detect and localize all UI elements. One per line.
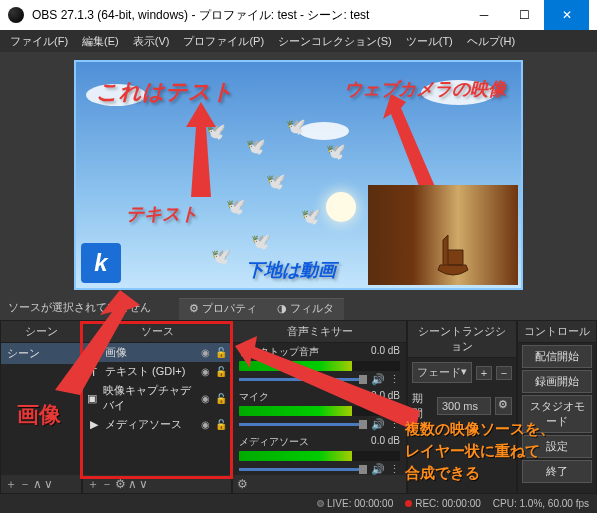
mixer-header: 音声ミキサー <box>233 321 406 343</box>
mixer-label: デスクトップ音声 <box>239 345 319 359</box>
svg-marker-0 <box>186 102 216 197</box>
volume-slider[interactable] <box>239 468 367 471</box>
overlay-text-bg: 下地は動画 <box>246 258 336 282</box>
duration-label: 期間 <box>412 391 433 421</box>
start-record-button[interactable]: 録画開始 <box>522 370 592 393</box>
transitions-header: シーントランジション <box>408 321 516 358</box>
mixer-channel: マイク0.0 dB 🔊⋮ <box>233 388 406 433</box>
source-item[interactable]: ▣ 映像キャプチャデバイ ◉ 🔓 <box>83 381 231 415</box>
cpu-status: CPU: 1.0%, 60.00 fps <box>493 498 589 509</box>
source-selection-label: ソースが選択されていません <box>0 298 159 320</box>
mixer-db: 0.0 dB <box>371 390 400 404</box>
mixer-label: マイク <box>239 390 269 404</box>
menu-edit[interactable]: 編集(E) <box>76 32 125 51</box>
studio-mode-button[interactable]: スタジオモード <box>522 395 592 433</box>
mixer-more-icon[interactable]: ⋮ <box>389 463 400 475</box>
webcam-feed <box>368 185 518 285</box>
source-item[interactable]: ▣ 画像 ◉ 🔓 <box>83 343 231 362</box>
window-title: OBS 27.1.3 (64-bit, windows) - プロファイル: t… <box>32 7 369 24</box>
visibility-toggle[interactable]: ◉ <box>201 419 210 430</box>
badge-k-icon: k <box>81 243 121 283</box>
status-bar: LIVE: 00:00:00 REC: 00:00:00 CPU: 1.0%, … <box>0 494 597 513</box>
lock-toggle[interactable]: 🔓 <box>215 347 227 358</box>
add-scene-button[interactable]: ＋ <box>5 476 17 493</box>
menu-scene-collection[interactable]: シーンコレクション(S) <box>272 32 398 51</box>
sources-dock: ソース ▣ 画像 ◉ 🔓 T テキスト (GDI+) ◉ 🔓 ▣ 映像キャプチャ… <box>82 320 232 494</box>
mixer-db: 0.0 dB <box>371 435 400 449</box>
lock-toggle[interactable]: 🔓 <box>215 366 227 377</box>
remove-source-button[interactable]: － <box>101 476 113 493</box>
lock-toggle[interactable]: 🔓 <box>215 393 227 404</box>
window-close-button[interactable]: ✕ <box>544 0 589 30</box>
add-source-button[interactable]: ＋ <box>87 476 99 493</box>
scene-down-button[interactable]: ∨ <box>44 477 53 491</box>
volume-slider[interactable] <box>239 423 367 426</box>
mixer-more-icon[interactable]: ⋮ <box>389 373 400 386</box>
chevron-down-icon: ▾ <box>461 365 467 380</box>
mixer-meter <box>239 451 400 461</box>
controls-dock: コントロール 配信開始 録画開始 スタジオモード 設定 終了 <box>517 320 597 494</box>
transition-select[interactable]: フェード▾ <box>412 362 472 383</box>
scenes-dock: シーン シーン ＋ － ∧ ∨ <box>0 320 82 494</box>
properties-button[interactable]: ⚙プロパティ <box>179 298 267 320</box>
filters-button[interactable]: ◑フィルタ <box>267 298 344 320</box>
transition-remove-button[interactable]: − <box>496 366 512 380</box>
menu-tools[interactable]: ツール(T) <box>400 32 459 51</box>
arrow-icon <box>176 102 226 202</box>
scenes-header: シーン <box>1 321 81 343</box>
source-item[interactable]: ▶ メディアソース ◉ 🔓 <box>83 415 231 434</box>
text-icon: T <box>87 366 100 378</box>
source-toolbar: ソースが選択されていません ⚙プロパティ ◑フィルタ <box>0 298 597 320</box>
transitions-dock: シーントランジション フェード▾ + − 期間 300 ms ⚙ <box>407 320 517 494</box>
menu-bar: ファイル(F) 編集(E) 表示(V) プロファイル(P) シーンコレクション(… <box>0 30 597 52</box>
start-stream-button[interactable]: 配信開始 <box>522 345 592 368</box>
sun-graphic <box>326 192 356 222</box>
volume-slider[interactable] <box>239 378 367 381</box>
speaker-icon[interactable]: 🔊 <box>371 418 385 431</box>
window-titlebar: OBS 27.1.3 (64-bit, windows) - プロファイル: t… <box>0 0 597 30</box>
window-minimize-button[interactable]: ─ <box>464 0 504 30</box>
mixer-label: メディアソース <box>239 435 309 449</box>
source-label: テキスト (GDI+) <box>105 364 185 379</box>
menu-help[interactable]: ヘルプ(H) <box>461 32 521 51</box>
menu-profile[interactable]: プロファイル(P) <box>177 32 270 51</box>
source-down-button[interactable]: ∨ <box>139 477 148 491</box>
speaker-icon[interactable]: 🔊 <box>371 373 385 386</box>
scene-up-button[interactable]: ∧ <box>33 477 42 491</box>
transition-settings-button[interactable]: ⚙ <box>495 397 512 415</box>
source-label: 映像キャプチャデバイ <box>103 383 196 413</box>
media-icon: ▶ <box>87 418 100 431</box>
source-item[interactable]: T テキスト (GDI+) ◉ 🔓 <box>83 362 231 381</box>
mixer-db: 0.0 dB <box>371 345 400 359</box>
duration-input[interactable]: 300 ms <box>437 397 491 415</box>
image-icon: ▣ <box>87 346 100 359</box>
speaker-icon[interactable]: 🔊 <box>371 463 385 475</box>
settings-button[interactable]: 設定 <box>522 435 592 458</box>
docks-row: シーン シーン ＋ － ∧ ∨ ソース ▣ 画像 ◉ 🔓 T テキスト (GDI… <box>0 320 597 494</box>
mixer-settings-button[interactable]: ⚙ <box>237 477 248 491</box>
scene-item[interactable]: シーン <box>1 343 81 364</box>
overlay-text-text: テキスト <box>126 202 198 226</box>
mixer-dock: 音声ミキサー デスクトップ音声0.0 dB 🔊⋮ マイク0.0 dB 🔊⋮ メデ… <box>232 320 407 494</box>
visibility-toggle[interactable]: ◉ <box>201 366 210 377</box>
visibility-toggle[interactable]: ◉ <box>201 347 210 358</box>
lock-toggle[interactable]: 🔓 <box>215 419 227 430</box>
source-settings-button[interactable]: ⚙ <box>115 477 126 491</box>
menu-view[interactable]: 表示(V) <box>127 32 176 51</box>
exit-button[interactable]: 終了 <box>522 460 592 483</box>
window-maximize-button[interactable]: ☐ <box>504 0 544 30</box>
camera-icon: ▣ <box>87 392 98 405</box>
preview-canvas[interactable]: 🕊️ 🕊️ 🕊️ 🕊️ 🕊️ 🕊️ 🕊️ 🕊️ 🕊️ これはテスト テキスト ウ… <box>74 60 523 290</box>
mixer-meter <box>239 406 400 416</box>
obs-icon <box>8 7 24 23</box>
mixer-meter <box>239 361 400 371</box>
menu-file[interactable]: ファイル(F) <box>4 32 74 51</box>
remove-scene-button[interactable]: － <box>19 476 31 493</box>
mixer-channel: デスクトップ音声0.0 dB 🔊⋮ <box>233 343 406 388</box>
mixer-channel: メディアソース0.0 dB 🔊⋮ <box>233 433 406 475</box>
transition-add-button[interactable]: + <box>476 366 492 380</box>
sources-header: ソース <box>83 321 231 343</box>
visibility-toggle[interactable]: ◉ <box>201 393 210 404</box>
mixer-more-icon[interactable]: ⋮ <box>389 418 400 431</box>
source-up-button[interactable]: ∧ <box>128 477 137 491</box>
